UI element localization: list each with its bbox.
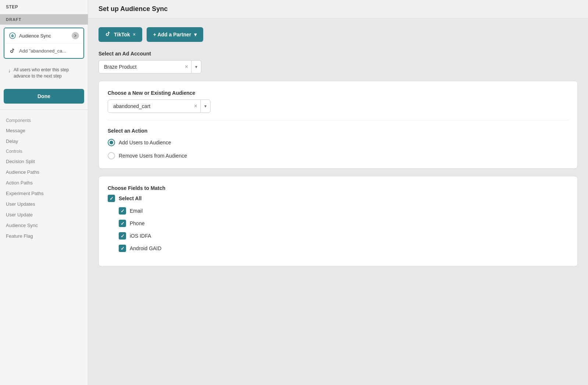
add-partner-chevron-icon: ▾ bbox=[194, 32, 197, 37]
sidebar-nav-delay[interactable]: Delay bbox=[0, 136, 88, 147]
section-divider-1 bbox=[108, 120, 569, 120]
audience-value: abandoned_cart bbox=[108, 100, 191, 112]
info-arrow-icon: ↓ bbox=[8, 67, 11, 75]
sidebar-nav-feature-flag[interactable]: Feature Flag bbox=[0, 231, 88, 241]
ad-account-value: Braze Product bbox=[99, 61, 182, 73]
sidebar-nav-experiment-paths[interactable]: Experiment Paths bbox=[0, 188, 88, 199]
main-panel: Set up Audience Sync TikTok × + Add a Pa… bbox=[88, 0, 588, 385]
add-partner-label: + Add a Partner bbox=[153, 32, 191, 37]
tiktok-button-icon bbox=[105, 31, 111, 38]
step-header: Step bbox=[0, 0, 88, 14]
ad-account-select[interactable]: Braze Product × ▾ bbox=[98, 60, 201, 73]
fields-card: Choose Fields to Match Select All Email … bbox=[98, 176, 578, 266]
android-field-row[interactable]: Android GAID bbox=[119, 245, 569, 252]
select-all-row[interactable]: Select All bbox=[108, 195, 569, 202]
phone-label: Phone bbox=[130, 220, 144, 226]
remove-users-label: Remove Users from Audience bbox=[119, 153, 187, 159]
partner-buttons: TikTok × + Add a Partner ▾ bbox=[98, 27, 578, 42]
phone-checkbox[interactable] bbox=[119, 220, 126, 227]
audience-clear-icon[interactable]: × bbox=[191, 100, 201, 112]
audience-label: Choose a New or Existing Audience bbox=[108, 90, 569, 96]
sidebar-nav-audience-paths[interactable]: Audience Paths bbox=[0, 167, 88, 177]
email-checkbox[interactable] bbox=[119, 207, 126, 215]
sidebar-nav: Components Message Delay Controls Decisi… bbox=[0, 113, 88, 385]
audience-sync-item[interactable]: Audience Sync bbox=[4, 28, 83, 43]
main-content: TikTok × + Add a Partner ▾ Select an Ad … bbox=[88, 18, 588, 385]
email-label: Email bbox=[130, 208, 143, 214]
sidebar-nav-action-paths[interactable]: Action Paths bbox=[0, 177, 88, 188]
audience-select[interactable]: abandoned_cart × ▾ bbox=[108, 100, 211, 113]
draft-badge: DRAFT bbox=[0, 14, 88, 25]
add-users-radio[interactable] bbox=[108, 139, 115, 146]
tiktok-close-icon[interactable]: × bbox=[133, 32, 136, 37]
android-label: Android GAID bbox=[130, 245, 161, 251]
components-section-label: Components bbox=[0, 116, 88, 125]
ios-checkbox[interactable] bbox=[119, 232, 126, 240]
android-checkbox[interactable] bbox=[119, 245, 126, 252]
fields-label: Choose Fields to Match bbox=[108, 185, 569, 191]
page-title: Set up Audience Sync bbox=[98, 5, 578, 13]
add-partner-button[interactable]: + Add a Partner ▾ bbox=[147, 27, 203, 42]
done-button[interactable]: Done bbox=[4, 89, 84, 104]
info-box: ↓ All users who enter this step advance … bbox=[4, 63, 84, 83]
draft-badge-text: DRAFT bbox=[6, 17, 21, 22]
phone-field-row[interactable]: Phone bbox=[119, 220, 569, 227]
sidebar-nav-message[interactable]: Message bbox=[0, 125, 88, 136]
ad-account-clear-icon[interactable]: × bbox=[182, 61, 191, 73]
sidebar-nav-decision-split[interactable]: Decision Split bbox=[0, 156, 88, 167]
add-abandoned-cart-item[interactable]: Add "abandoned_ca... bbox=[4, 43, 83, 58]
audience-sync-icon bbox=[9, 32, 16, 39]
remove-users-radio[interactable] bbox=[108, 152, 115, 159]
radio-group: Add Users to Audience Remove Users from … bbox=[108, 139, 569, 159]
audience-sync-label: Audience Sync bbox=[19, 33, 51, 39]
expand-chevron[interactable] bbox=[72, 32, 79, 39]
sidebar-divider bbox=[0, 109, 88, 110]
add-abandoned-cart-label: Add "abandoned_ca... bbox=[19, 48, 66, 54]
add-users-label: Add Users to Audience bbox=[119, 140, 171, 145]
sidebar-nav-audience-sync[interactable]: Audience Sync bbox=[0, 220, 88, 231]
ad-account-section: Select an Ad Account Braze Product × ▾ bbox=[98, 51, 578, 73]
sidebar: Step DRAFT Audience Sync bbox=[0, 0, 88, 385]
remove-users-option[interactable]: Remove Users from Audience bbox=[108, 152, 569, 159]
action-section: Select an Action Add Users to Audience R… bbox=[108, 128, 569, 159]
controls-section-label: Controls bbox=[0, 147, 88, 156]
ad-account-chevron-icon[interactable]: ▾ bbox=[191, 64, 201, 69]
ad-account-label: Select an Ad Account bbox=[98, 51, 578, 57]
action-label: Select an Action bbox=[108, 128, 569, 134]
ios-label: iOS IDFA bbox=[130, 233, 151, 239]
tiktok-icon bbox=[9, 47, 16, 54]
select-all-checkbox[interactable] bbox=[108, 195, 115, 202]
audience-action-card: Choose a New or Existing Audience abando… bbox=[98, 81, 578, 169]
add-users-option[interactable]: Add Users to Audience bbox=[108, 139, 569, 146]
tiktok-button[interactable]: TikTok × bbox=[98, 27, 142, 42]
field-checkboxes: Email Phone iOS IDFA Android GAID bbox=[119, 207, 569, 257]
step-label: Step bbox=[6, 4, 18, 10]
sidebar-nav-user-update[interactable]: User Update bbox=[0, 209, 88, 220]
sidebar-nav-user-updates[interactable]: User Updates bbox=[0, 199, 88, 209]
ios-field-row[interactable]: iOS IDFA bbox=[119, 232, 569, 240]
main-header: Set up Audience Sync bbox=[88, 0, 588, 18]
email-field-row[interactable]: Email bbox=[119, 207, 569, 215]
select-all-label: Select All bbox=[119, 195, 142, 201]
audience-section: Choose a New or Existing Audience abando… bbox=[108, 90, 569, 113]
audience-chevron-icon[interactable]: ▾ bbox=[201, 104, 210, 109]
info-text: All users who enter this step advance to… bbox=[14, 67, 80, 79]
tiktok-button-label: TikTok bbox=[114, 32, 130, 37]
selected-step-card[interactable]: Audience Sync Add "abandoned_ca... bbox=[4, 28, 84, 59]
